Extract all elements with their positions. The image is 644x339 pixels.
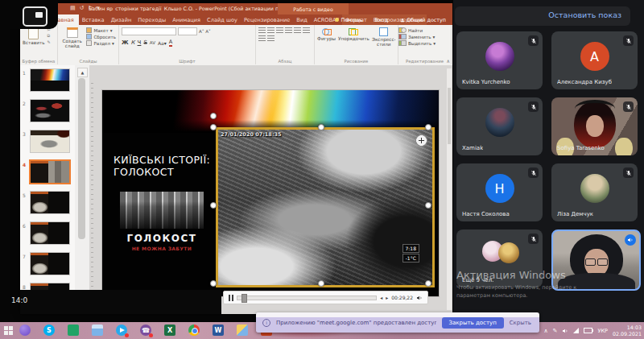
italic-button[interactable]: К <box>131 39 135 46</box>
rotate-handle[interactable] <box>210 113 217 119</box>
seek-thumb[interactable] <box>242 294 247 303</box>
font-size-combo[interactable] <box>178 27 197 35</box>
tray-volume-icon[interactable] <box>562 328 568 334</box>
align-center-button[interactable] <box>303 27 310 34</box>
font-color-button[interactable]: А <box>169 39 172 47</box>
pause-button[interactable] <box>229 295 233 301</box>
participant-tile[interactable]: Н Настя Соколова <box>456 163 543 221</box>
share-button[interactable]: Общий доступ <box>397 17 449 23</box>
bullets-button[interactable] <box>258 27 266 34</box>
tab-transitions[interactable]: Переходы <box>134 14 169 25</box>
font-name-combo[interactable] <box>122 27 176 35</box>
language-indicator[interactable]: УКР <box>597 328 608 334</box>
scroll-up-icon[interactable]: ▲ <box>77 68 88 77</box>
volume-icon[interactable] <box>416 295 423 301</box>
picture-in-picture-icon[interactable] <box>23 6 47 27</box>
selection-handle[interactable] <box>210 202 217 209</box>
participant-video-tile[interactable]: Sofiya Tarasenko <box>551 97 638 155</box>
slide-thumbnail-4-selected[interactable] <box>31 161 69 183</box>
selection-handle[interactable] <box>425 202 431 209</box>
arrange-button[interactable]: Упорядочить <box>338 27 369 41</box>
reset-button[interactable]: Сбросить <box>86 34 116 39</box>
stop-presenting-button[interactable]: Остановить показ <box>548 10 621 19</box>
line-spacing-button[interactable] <box>285 27 292 34</box>
skype-icon[interactable]: S <box>43 325 55 336</box>
replace-button[interactable]: Заменить▾ <box>401 34 436 39</box>
seek-slider[interactable] <box>237 296 377 300</box>
photos-icon[interactable] <box>237 325 248 336</box>
ribbon-collapse-icon[interactable]: ∧ <box>447 58 450 64</box>
new-slide-button[interactable]: Создать слайд <box>60 27 84 48</box>
strike-button[interactable]: S <box>143 39 147 46</box>
grow-shrink-font[interactable]: A˄ A˅ <box>199 29 211 34</box>
selection-handle[interactable] <box>425 124 431 130</box>
tab-animations[interactable]: Анимация <box>169 14 204 25</box>
current-slide[interactable]: КИЇВСЬКІ ІСТОРІЇ: ГОЛОКОСТ ГОЛОКОСТ НЕ М… <box>102 90 439 296</box>
justify-button[interactable] <box>267 35 275 42</box>
telegram-icon[interactable] <box>116 325 127 336</box>
slide-thumbnail-5[interactable] <box>31 192 69 213</box>
clipboard-small-buttons[interactable]: ✂⧉✎ <box>47 27 51 44</box>
select-button[interactable]: Выделить▾ <box>401 40 436 46</box>
tab-view[interactable]: Вид <box>293 14 310 25</box>
stop-sharing-button[interactable]: Закрыть доступ <box>442 317 504 329</box>
slide-thumbnail-3[interactable] <box>31 130 69 152</box>
align-left-button[interactable] <box>294 27 301 34</box>
hide-notification-button[interactable]: Скрыть <box>510 320 531 326</box>
participant-tile[interactable]: A Александра Кизуб <box>551 31 638 89</box>
change-case-button[interactable]: Аа▾ <box>158 40 167 46</box>
participant-tile[interactable]: Ліза Демчук <box>551 163 638 221</box>
excel-icon[interactable]: X <box>164 325 175 336</box>
slide-thumbnail-7[interactable] <box>31 253 69 275</box>
section-button[interactable]: Раздел▾ <box>86 40 116 46</box>
quick-styles-button[interactable]: Экспресс-стили <box>372 27 396 47</box>
tab-design[interactable]: Дизайн <box>108 14 135 25</box>
paste-button[interactable]: Вставить <box>23 27 45 45</box>
viber-icon[interactable]: ☎ <box>140 325 151 336</box>
seek-back-icon[interactable]: ◂ <box>380 295 382 300</box>
taskbar-clock[interactable]: 14:03 02.09.2021 <box>613 325 642 337</box>
thumbnail-scrollbar[interactable]: ▲ <box>75 65 90 314</box>
presenter-webcam-tile[interactable] <box>551 229 641 291</box>
office-green-icon[interactable] <box>68 325 79 336</box>
undo-icon[interactable]: ↺ <box>80 5 85 11</box>
numbering-button[interactable] <box>267 27 275 34</box>
underline-button[interactable]: Ч <box>138 39 142 46</box>
slide-thumbnail-8[interactable] <box>31 283 69 290</box>
signin-button[interactable]: Вход <box>372 17 392 23</box>
selection-handle[interactable] <box>318 124 324 130</box>
participant-tile[interactable]: Kvitka Yurchenko <box>456 31 543 89</box>
embedded-video[interactable]: 27/01/2020 07:18:35 7:18 -1°C <box>216 127 435 287</box>
layout-button[interactable]: Макет▾ <box>86 27 116 33</box>
tab-insert[interactable]: Вставка <box>79 14 108 25</box>
app-icon-purple[interactable] <box>19 325 31 336</box>
chrome-icon[interactable] <box>188 325 200 336</box>
scrollbar-thumb[interactable] <box>78 78 85 239</box>
start-button[interactable] <box>4 326 13 335</box>
save-icon[interactable]: ▤ <box>70 5 76 11</box>
battery-icon[interactable] <box>584 328 592 333</box>
find-button[interactable]: Найти <box>401 27 436 33</box>
slide-thumbnail-6[interactable] <box>31 222 69 244</box>
selection-handle[interactable] <box>210 124 217 130</box>
tab-slideshow[interactable]: Слайд шоу <box>204 14 241 25</box>
canvas-scrollbar[interactable] <box>447 68 452 310</box>
participant-tile[interactable]: Xamiak <box>456 97 543 155</box>
selection-handle[interactable] <box>425 280 431 287</box>
seek-forward-icon[interactable]: ▸ <box>386 295 388 300</box>
selection-handle[interactable] <box>318 280 324 287</box>
network-icon[interactable] <box>573 328 579 333</box>
bold-button[interactable]: Ж <box>122 39 129 46</box>
slide-thumbnail-1[interactable] <box>31 69 69 91</box>
file-explorer-icon[interactable] <box>92 325 103 336</box>
tray-chevron-icon[interactable]: ∧ <box>543 328 547 334</box>
pen-icon[interactable]: ✎ <box>553 328 558 334</box>
align-right-button[interactable] <box>258 35 266 42</box>
shapes-button[interactable]: Фигуры <box>317 27 336 41</box>
indent-button[interactable] <box>276 27 283 34</box>
char-spacing-button[interactable]: AV <box>150 40 155 45</box>
tab-review[interactable]: Рецензирование <box>241 14 293 25</box>
selection-handle[interactable] <box>210 280 217 287</box>
word-icon[interactable]: W <box>213 325 224 336</box>
slide-thumbnail-2[interactable] <box>31 100 69 122</box>
